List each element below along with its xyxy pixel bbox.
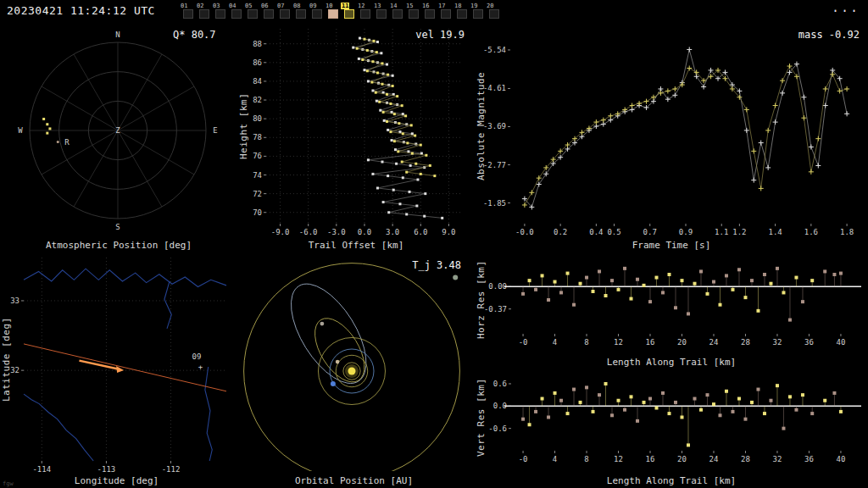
timestamp: 20230421 11:24:12 UTC bbox=[7, 4, 155, 17]
compass-label-e: E bbox=[213, 126, 217, 135]
orbital-position-title: Orbital Position [AU] bbox=[233, 475, 475, 486]
frame-image bbox=[215, 9, 225, 19]
frame-time-axis-label: Frame Time [s] bbox=[475, 240, 868, 251]
svg-text:1.2: 1.2 bbox=[732, 228, 746, 236]
reference-point-label: R bbox=[64, 138, 70, 147]
atmospheric-position-panel: Q* 80.7 NSWEZR Atmospheric Position [deg… bbox=[0, 22, 237, 252]
frame-thumb-17[interactable]: 17 bbox=[437, 3, 452, 20]
q-value-label: Q* 80.7 bbox=[173, 29, 216, 41]
atmospheric-position-chart: NSWEZR bbox=[0, 22, 237, 234]
frame-number: 11 bbox=[341, 3, 349, 9]
frame-thumb-03[interactable]: 03 bbox=[212, 3, 226, 20]
earth-dot bbox=[331, 381, 336, 386]
orbital-position-panel: T_j 3.48 Orbital Position [AU] bbox=[233, 252, 475, 488]
frame-number: 15 bbox=[405, 3, 414, 9]
svg-text:40: 40 bbox=[837, 455, 846, 463]
svg-text:82: 82 bbox=[253, 96, 262, 104]
frame-thumb-10[interactable]: 10 bbox=[325, 3, 339, 20]
svg-text:12: 12 bbox=[614, 455, 623, 463]
svg-text:28: 28 bbox=[741, 338, 750, 347]
map-annotation: + bbox=[198, 363, 203, 371]
svg-text:16: 16 bbox=[646, 338, 655, 347]
orbital-position-chart bbox=[233, 252, 475, 471]
inner-body-dot bbox=[336, 360, 340, 364]
svg-text:24: 24 bbox=[709, 338, 719, 347]
frame-thumb-07[interactable]: 07 bbox=[276, 3, 291, 20]
frame-number: 07 bbox=[276, 3, 285, 9]
frame-number: 06 bbox=[260, 3, 269, 9]
frame-thumb-12[interactable]: 12 bbox=[357, 3, 371, 20]
frame-thumb-18[interactable]: 18 bbox=[453, 3, 468, 20]
frame-image bbox=[248, 9, 258, 19]
latitude-axis-label: Latitude [deg] bbox=[1, 252, 12, 466]
overflow-menu-button[interactable]: ... bbox=[832, 0, 860, 15]
frame-thumb-09[interactable]: 09 bbox=[309, 3, 323, 20]
svg-text:78: 78 bbox=[253, 133, 262, 141]
tisserand-label: T_j 3.48 bbox=[412, 259, 461, 271]
svg-text:-0.0: -0.0 bbox=[515, 228, 534, 236]
frame-image bbox=[360, 9, 370, 19]
svg-text:36: 36 bbox=[804, 455, 814, 463]
svg-text:40: 40 bbox=[837, 338, 846, 347]
length-along-trail-axis-label-2: Length Along Trail [km] bbox=[475, 475, 868, 486]
horz-res-axis-label: Horz Res [km] bbox=[476, 252, 487, 347]
frame-number: 02 bbox=[196, 3, 204, 9]
svg-text:0.6: 0.6 bbox=[493, 380, 507, 388]
svg-text:16: 16 bbox=[646, 455, 655, 463]
vertical-residuals-chart: -04812162024283236400.60.0-0.6 bbox=[475, 369, 868, 468]
frame-number: 05 bbox=[244, 3, 253, 9]
svg-text:12: 12 bbox=[614, 338, 623, 347]
frame-thumb-20[interactable]: 20 bbox=[486, 3, 500, 20]
frame-image bbox=[441, 9, 451, 19]
svg-text:-9.0: -9.0 bbox=[271, 228, 290, 236]
svg-text:1.6: 1.6 bbox=[804, 228, 818, 236]
svg-text:0.4: 0.4 bbox=[589, 228, 603, 236]
frame-image bbox=[199, 9, 209, 19]
frame-thumb-19[interactable]: 19 bbox=[470, 3, 484, 20]
meteor-analysis-app: 20230421 11:24:12 UTC 010203040506070809… bbox=[0, 0, 868, 488]
svg-text:1.4: 1.4 bbox=[768, 228, 782, 236]
compass-label-w: W bbox=[18, 126, 23, 135]
radiant-point bbox=[48, 127, 51, 130]
svg-text:72: 72 bbox=[253, 190, 262, 198]
frame-number: 18 bbox=[453, 3, 462, 9]
svg-text:4: 4 bbox=[553, 455, 557, 463]
svg-text:0.9: 0.9 bbox=[679, 228, 693, 236]
svg-text:-114: -114 bbox=[32, 465, 51, 474]
frame-thumb-04[interactable]: 04 bbox=[228, 3, 242, 20]
svg-text:0.0: 0.0 bbox=[358, 228, 371, 236]
radiant-point bbox=[46, 123, 48, 125]
svg-text:9.0: 9.0 bbox=[442, 228, 455, 236]
frame-thumb-01[interactable]: 01 bbox=[180, 3, 194, 20]
frame-thumb-14[interactable]: 14 bbox=[389, 3, 403, 20]
frame-image bbox=[489, 9, 499, 19]
svg-text:-0.6: -0.6 bbox=[488, 424, 507, 433]
frame-thumb-15[interactable]: 15 bbox=[405, 3, 420, 20]
svg-text:8: 8 bbox=[584, 338, 588, 347]
frame-thumb-06[interactable]: 06 bbox=[260, 3, 275, 20]
trail-offset-chart: -9.0-6.0-3.00.03.06.09.07072747678808284… bbox=[237, 22, 475, 239]
radiant-point bbox=[42, 118, 45, 120]
watermark: fgw bbox=[3, 480, 14, 487]
outer-body-dot bbox=[453, 275, 458, 280]
frame-number: 16 bbox=[421, 3, 430, 9]
orbit-ellipse bbox=[276, 272, 381, 396]
frame-thumb-02[interactable]: 02 bbox=[196, 3, 210, 20]
svg-text:36: 36 bbox=[804, 338, 814, 347]
svg-text:-0: -0 bbox=[519, 455, 528, 463]
frame-thumb-11[interactable]: 11 bbox=[341, 3, 355, 20]
frame-thumb-05[interactable]: 05 bbox=[244, 3, 259, 20]
orbit-ellipse bbox=[305, 310, 375, 391]
trail-offset-axis-label: Trail Offset [km] bbox=[237, 240, 475, 251]
frame-thumb-16[interactable]: 16 bbox=[421, 3, 436, 20]
ground-track-map: -114-113-112323309+ bbox=[0, 252, 233, 474]
svg-text:4: 4 bbox=[553, 338, 557, 347]
magnitude-axis-label: Absolute Magnitude bbox=[476, 22, 487, 230]
svg-text:8: 8 bbox=[584, 455, 588, 463]
frame-thumb-08[interactable]: 08 bbox=[292, 3, 307, 20]
frame-number: 09 bbox=[309, 3, 317, 9]
svg-text:70: 70 bbox=[253, 208, 262, 217]
frame-thumb-13[interactable]: 13 bbox=[373, 3, 387, 20]
svg-text:28: 28 bbox=[741, 455, 750, 463]
frame-image bbox=[457, 9, 467, 19]
